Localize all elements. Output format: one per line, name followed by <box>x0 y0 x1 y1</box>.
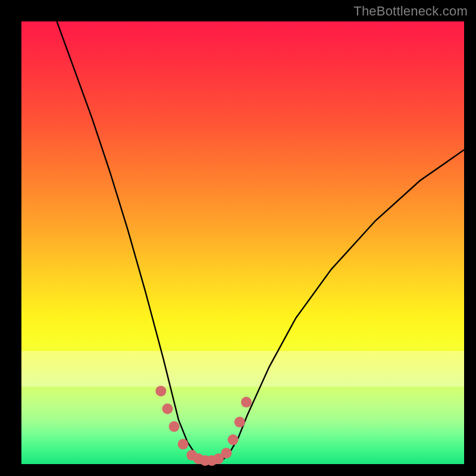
sweet-spot-dot <box>234 416 245 427</box>
sweet-spot-dot <box>178 439 189 450</box>
watermark-text: TheBottleneck.com <box>353 4 468 19</box>
sweet-spot-markers <box>155 386 252 466</box>
bottleneck-curve <box>57 21 465 462</box>
chart-svg <box>21 21 464 464</box>
sweet-spot-dot <box>221 447 232 458</box>
chart-frame: TheBottleneck.com <box>0 0 476 476</box>
sweet-spot-dot <box>241 397 252 408</box>
sweet-spot-dot <box>162 403 173 414</box>
plot-area <box>21 21 464 464</box>
sweet-spot-dot <box>169 421 180 432</box>
sweet-spot-dot <box>155 386 166 396</box>
sweet-spot-dot <box>228 434 239 445</box>
